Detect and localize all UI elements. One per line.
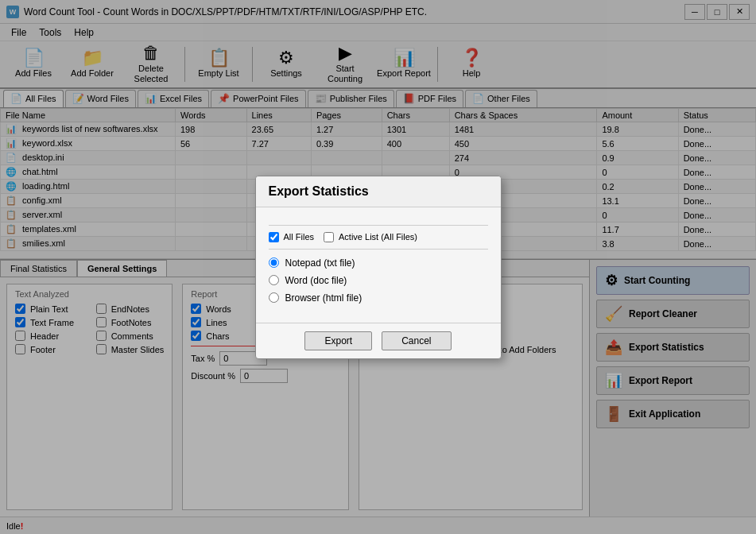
modal-cancel-button[interactable]: Cancel — [382, 331, 451, 350]
modal-radio-browser: Browser (html file) — [269, 292, 488, 304]
radio-browser[interactable] — [269, 292, 279, 303]
modal-hr-mid — [269, 249, 488, 250]
modal-checkboxes: All Files Active List (All Files) — [269, 232, 488, 242]
modal-active-list-checkbox[interactable] — [324, 232, 334, 242]
modal-radio-word: Word (doc file) — [269, 275, 488, 286]
radio-notepad-label: Notepad (txt file) — [285, 257, 355, 269]
radio-word-label: Word (doc file) — [285, 275, 347, 286]
radio-word[interactable] — [269, 275, 279, 285]
modal-title: Export Statistics — [256, 176, 501, 207]
modal-overlay: Export Statistics All Files Active List … — [0, 0, 756, 534]
export-statistics-modal: Export Statistics All Files Active List … — [255, 176, 502, 359]
modal-radio-group: Notepad (txt file) Word (doc file) Brows… — [269, 257, 488, 304]
modal-all-files-checkbox[interactable] — [269, 232, 279, 242]
modal-active-list-label: Active List (All Files) — [339, 232, 417, 242]
modal-hr-top — [269, 225, 488, 226]
modal-active-list-row: Active List (All Files) — [324, 232, 417, 242]
radio-browser-label: Browser (html file) — [285, 292, 362, 304]
modal-footer: Export Cancel — [256, 323, 501, 358]
modal-radio-notepad: Notepad (txt file) — [269, 257, 488, 269]
modal-body: All Files Active List (All Files) Notepa… — [256, 207, 501, 323]
modal-all-files-label: All Files — [284, 232, 315, 242]
modal-export-button[interactable]: Export — [304, 331, 372, 350]
modal-all-files-row: All Files — [269, 232, 315, 242]
radio-notepad[interactable] — [269, 257, 279, 268]
